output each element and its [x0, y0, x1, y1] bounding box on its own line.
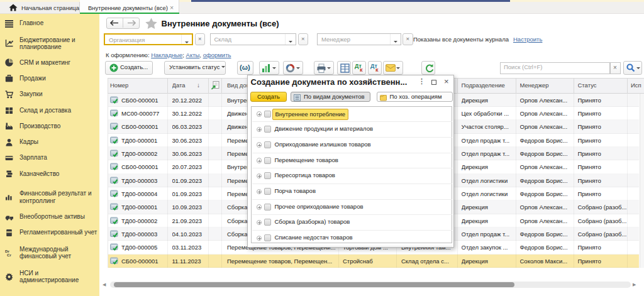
svg-text:Cr: Cr [7, 253, 11, 257]
